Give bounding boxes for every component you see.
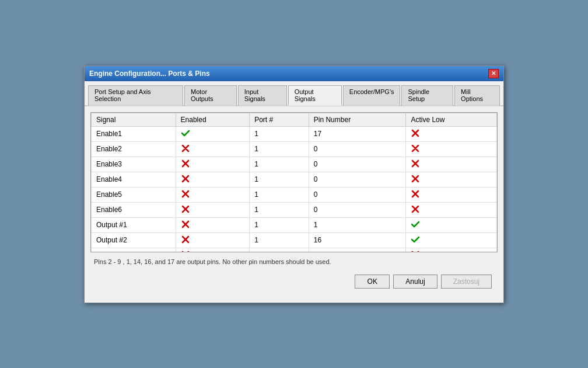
close-button[interactable]: ✕ xyxy=(488,69,499,78)
table-row: Enable5 10 xyxy=(92,187,497,202)
tab-mill-options[interactable]: Mill Options xyxy=(454,85,500,106)
enabled-cell[interactable] xyxy=(176,126,250,141)
enabled-cell[interactable] xyxy=(176,232,250,248)
enabled-cell[interactable] xyxy=(176,172,250,187)
tab-output-signals[interactable]: Output Signals xyxy=(288,85,342,106)
signals-table: SignalEnabledPort #Pin NumberActive Low … xyxy=(91,113,497,252)
table-scroll[interactable]: SignalEnabledPort #Pin NumberActive Low … xyxy=(91,113,497,252)
port-cell: 1 xyxy=(250,172,309,187)
table-row: Output #3 10 xyxy=(92,248,497,252)
pin-cell: 0 xyxy=(309,141,406,157)
title-bar: Engine Configuration... Ports & Pins ✕ xyxy=(85,66,503,81)
window-title: Engine Configuration... Ports & Pins xyxy=(89,70,210,78)
tab-spindle-setup[interactable]: Spindle Setup xyxy=(401,85,453,106)
enabled-cell[interactable] xyxy=(176,248,250,252)
col-header-active-low: Active Low xyxy=(406,113,497,126)
table-row: Enable6 10 xyxy=(92,202,497,217)
active-low-cell[interactable] xyxy=(406,232,497,248)
active-low-cell[interactable] xyxy=(406,248,497,252)
table-row: Enable2 10 xyxy=(92,141,497,157)
port-cell: 1 xyxy=(250,202,309,217)
active-low-cell[interactable] xyxy=(406,217,497,232)
pin-cell: 0 xyxy=(309,248,406,252)
signal-cell: Enable3 xyxy=(92,157,176,172)
active-low-cell[interactable] xyxy=(406,202,497,217)
active-low-cell[interactable] xyxy=(406,157,497,172)
enabled-cell[interactable] xyxy=(176,202,250,217)
enabled-cell[interactable] xyxy=(176,157,250,172)
pin-cell: 0 xyxy=(309,172,406,187)
signal-cell: Enable6 xyxy=(92,202,176,217)
port-cell: 1 xyxy=(250,157,309,172)
table-row: Output #2 116 xyxy=(92,232,497,248)
pin-cell: 0 xyxy=(309,187,406,202)
col-header-port-: Port # xyxy=(250,113,309,126)
pin-cell: 0 xyxy=(309,157,406,172)
active-low-cell[interactable] xyxy=(406,172,497,187)
signal-cell: Enable4 xyxy=(92,172,176,187)
table-row: Enable4 10 xyxy=(92,172,497,187)
cancel-button[interactable]: Anuluj xyxy=(393,275,437,289)
content-area: SignalEnabledPort #Pin NumberActive Low … xyxy=(85,106,503,303)
signal-cell: Enable1 xyxy=(92,126,176,141)
port-cell: 1 xyxy=(250,126,309,141)
table-header-row: SignalEnabledPort #Pin NumberActive Low xyxy=(92,113,497,126)
port-cell: 1 xyxy=(250,232,309,248)
ok-button[interactable]: OK xyxy=(355,275,390,289)
pin-cell: 1 xyxy=(309,217,406,232)
col-header-enabled: Enabled xyxy=(176,113,250,126)
active-low-cell[interactable] xyxy=(406,126,497,141)
main-window: Engine Configuration... Ports & Pins ✕ P… xyxy=(84,65,504,303)
active-low-cell[interactable] xyxy=(406,141,497,157)
table-body: Enable1 117 Enable2 10 Enable3 10 Enable… xyxy=(92,126,497,252)
active-low-cell[interactable] xyxy=(406,187,497,202)
enabled-cell[interactable] xyxy=(176,141,250,157)
col-header-signal: Signal xyxy=(92,113,176,126)
tab-port-setup-and-axis-selection[interactable]: Port Setup and Axis Selection xyxy=(88,85,183,106)
tab-input-signals[interactable]: Input Signals xyxy=(238,85,287,106)
signal-cell: Output #2 xyxy=(92,232,176,248)
tab-encoder-mpg-s[interactable]: Encoder/MPG's xyxy=(343,85,401,106)
note-text: Pins 2 - 9 , 1, 14, 16, and 17 are outpu… xyxy=(90,252,498,269)
table-container: SignalEnabledPort #Pin NumberActive Low … xyxy=(90,112,498,252)
signal-cell: Enable5 xyxy=(92,187,176,202)
pin-cell: 0 xyxy=(309,202,406,217)
signal-cell: Output #1 xyxy=(92,217,176,232)
button-bar: OK Anuluj Zastosuj xyxy=(90,269,498,297)
col-header-pin-number: Pin Number xyxy=(309,113,406,126)
pin-cell: 16 xyxy=(309,232,406,248)
apply-button[interactable]: Zastosuj xyxy=(441,275,492,289)
enabled-cell[interactable] xyxy=(176,217,250,232)
table-row: Enable1 117 xyxy=(92,126,497,141)
enabled-cell[interactable] xyxy=(176,187,250,202)
signal-cell: Output #3 xyxy=(92,248,176,252)
signal-cell: Enable2 xyxy=(92,141,176,157)
port-cell: 1 xyxy=(250,141,309,157)
port-cell: 1 xyxy=(250,217,309,232)
table-row: Output #1 11 xyxy=(92,217,497,232)
table-row: Enable3 10 xyxy=(92,157,497,172)
port-cell: 1 xyxy=(250,187,309,202)
tab-motor-outputs[interactable]: Motor Outputs xyxy=(184,85,237,106)
tabs-bar: Port Setup and Axis SelectionMotor Outpu… xyxy=(85,81,503,106)
port-cell: 1 xyxy=(250,248,309,252)
title-bar-buttons: ✕ xyxy=(488,69,499,78)
pin-cell: 17 xyxy=(309,126,406,141)
